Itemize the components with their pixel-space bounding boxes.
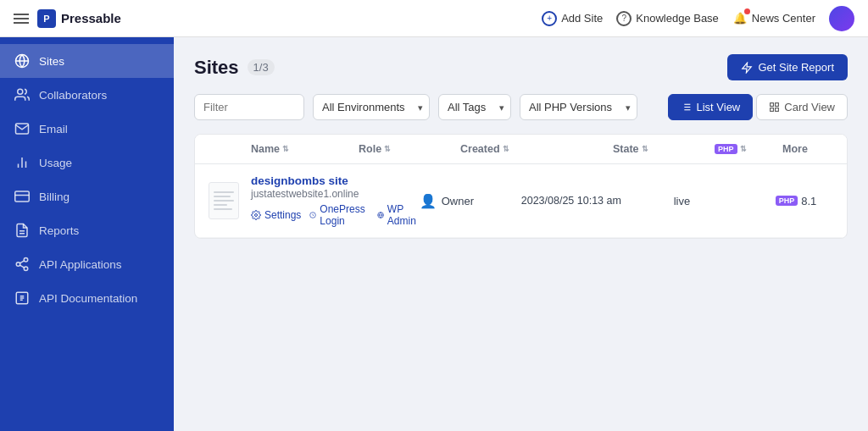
list-view-button[interactable]: List View [668, 94, 753, 120]
sidebar: Sites Collaborators Email Usage Billing [0, 37, 174, 431]
environment-filter[interactable]: All Environments [313, 94, 430, 120]
add-site-nav-label: Add Site [561, 12, 603, 25]
logo: P Pressable [37, 9, 121, 28]
bell-icon: 🔔 [732, 11, 748, 26]
col-php-header[interactable]: PHP ⇅ [715, 144, 782, 154]
site-actions: Settings OnePress Login WP Admin [251, 203, 420, 227]
layout: Sites Collaborators Email Usage Billing [0, 37, 868, 431]
filters-bar: All Environments All Tags All PHP Versio… [194, 94, 848, 120]
svg-marker-19 [743, 63, 752, 73]
col-name-label: Name [251, 143, 280, 155]
state-sort-icon: ⇅ [642, 145, 648, 153]
role-sort-icon: ⇅ [384, 145, 391, 153]
col-created-label: Created [460, 143, 500, 155]
table-row: designbombs site justatestwebsite1.onlin… [195, 164, 847, 238]
sidebar-item-billing[interactable]: Billing [0, 180, 174, 213]
sidebar-item-api-documentation[interactable]: API Documentation [0, 281, 174, 315]
add-site-nav-btn[interactable]: + Add Site [542, 11, 603, 26]
site-name-link[interactable]: designbombs site [251, 174, 348, 187]
avatar-image [829, 6, 854, 31]
sidebar-api-documentation-label: API Documentation [39, 292, 137, 305]
site-url: justatestwebsite1.online [251, 188, 420, 200]
php-badge-header: PHP [715, 144, 737, 154]
svg-point-10 [24, 258, 28, 262]
knowledge-icon: ? [616, 11, 632, 26]
sites-icon [14, 52, 31, 69]
php-cell: PHP 8.1 [776, 195, 843, 207]
php-badge: PHP [776, 196, 798, 206]
logo-icon: P [37, 9, 56, 28]
php-filter-wrap: All PHP Versions [520, 94, 637, 120]
sites-table: Name ⇅ Role ⇅ Created ⇅ State ⇅ PHP ⇅ [194, 134, 848, 239]
add-site-icon: + [542, 11, 557, 26]
page-title-area: Sites 1/3 [194, 57, 275, 79]
api-applications-icon [14, 256, 31, 273]
sidebar-collaborators-label: Collaborators [39, 89, 107, 102]
top-nav-right: + Add Site ? Knowledge Base 🔔 News Cente… [542, 6, 854, 31]
sidebar-item-sites[interactable]: Sites [0, 44, 174, 78]
news-center-nav-btn[interactable]: 🔔 News Center [732, 11, 815, 26]
svg-rect-28 [776, 108, 779, 112]
knowledge-label: Knowledge Base [636, 12, 719, 25]
bell-badge [744, 8, 750, 14]
sidebar-email-label: Email [39, 123, 68, 135]
col-state-header[interactable]: State ⇅ [613, 143, 715, 155]
col-state-label: State [613, 143, 639, 155]
filter-input[interactable] [194, 94, 304, 120]
sidebar-item-usage[interactable]: Usage [0, 146, 174, 180]
card-view-button[interactable]: Card View [756, 94, 848, 120]
reports-icon [14, 222, 31, 239]
billing-icon [14, 188, 31, 205]
created-sort-icon: ⇅ [503, 145, 509, 153]
sidebar-reports-label: Reports [39, 224, 79, 237]
email-icon [14, 120, 31, 137]
created-cell: 2023/08/25 10:13 am [521, 195, 674, 207]
sidebar-item-api-applications[interactable]: API Applications [0, 247, 174, 281]
tags-filter-wrap: All Tags [438, 94, 511, 120]
avatar[interactable] [829, 6, 854, 31]
svg-point-30 [255, 214, 258, 217]
card-view-label: Card View [784, 101, 835, 113]
svg-point-12 [24, 267, 28, 271]
get-site-report-button[interactable]: Get Site Report [727, 54, 848, 80]
svg-point-11 [16, 262, 20, 267]
php-filter[interactable]: All PHP Versions [520, 94, 637, 120]
top-nav-left: P Pressable [14, 9, 531, 28]
usage-icon [14, 154, 31, 171]
tags-filter[interactable]: All Tags [438, 94, 511, 120]
sidebar-item-email[interactable]: Email [0, 112, 174, 146]
svg-line-13 [19, 265, 24, 268]
col-role-label: Role [359, 143, 381, 155]
knowledge-base-nav-btn[interactable]: ? Knowledge Base [616, 11, 719, 26]
wp-admin-action-btn[interactable]: WP Admin [377, 203, 420, 227]
onepress-login-label: OnePress Login [320, 203, 368, 227]
svg-rect-27 [776, 103, 779, 107]
get-report-label: Get Site Report [758, 61, 834, 74]
col-created-header[interactable]: Created ⇅ [460, 143, 613, 155]
page-title: Sites [194, 57, 239, 79]
svg-rect-6 [15, 191, 30, 202]
hamburger-menu[interactable] [14, 14, 29, 24]
wp-admin-label: WP Admin [387, 203, 420, 227]
settings-action-btn[interactable]: Settings [251, 203, 301, 227]
onepress-login-action-btn[interactable]: OnePress Login [309, 203, 368, 227]
col-role-header[interactable]: Role ⇅ [359, 143, 460, 155]
logo-text: Pressable [61, 11, 121, 25]
sidebar-usage-label: Usage [39, 157, 72, 169]
role-value: Owner [442, 195, 474, 207]
svg-rect-29 [771, 108, 774, 112]
col-more-header: More [782, 143, 833, 155]
environment-filter-wrap: All Environments [313, 94, 430, 120]
view-toggle: List View Card View [668, 94, 848, 120]
sidebar-item-collaborators[interactable]: Collaborators [0, 78, 174, 112]
sidebar-item-reports[interactable]: Reports [0, 213, 174, 247]
news-label: News Center [752, 12, 815, 25]
col-name-header[interactable]: Name ⇅ [251, 143, 359, 155]
sidebar-api-applications-label: API Applications [39, 258, 122, 271]
svg-line-14 [19, 261, 24, 263]
state-cell: live [674, 195, 776, 207]
php-sort-icon: ⇅ [740, 145, 747, 153]
site-thumbnail [209, 182, 251, 219]
person-icon: 👤 [420, 193, 437, 209]
svg-point-2 [18, 89, 23, 94]
